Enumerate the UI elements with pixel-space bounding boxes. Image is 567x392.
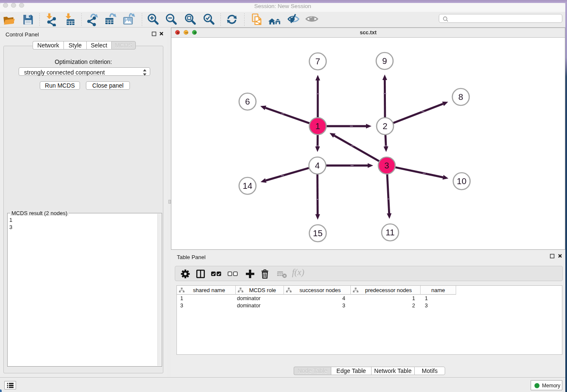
svg-text:2: 2: [383, 121, 387, 131]
svg-text:4: 4: [315, 160, 319, 170]
svg-text:3: 3: [384, 160, 389, 170]
svg-text:14: 14: [243, 181, 253, 190]
svg-text:10: 10: [457, 176, 467, 186]
svg-text:9: 9: [382, 56, 387, 66]
svg-text:8: 8: [458, 92, 463, 102]
svg-text:15: 15: [313, 228, 323, 238]
svg-text:7: 7: [315, 56, 320, 66]
svg-text:6: 6: [245, 97, 250, 106]
svg-text:11: 11: [385, 227, 394, 237]
svg-text:1: 1: [315, 121, 320, 131]
